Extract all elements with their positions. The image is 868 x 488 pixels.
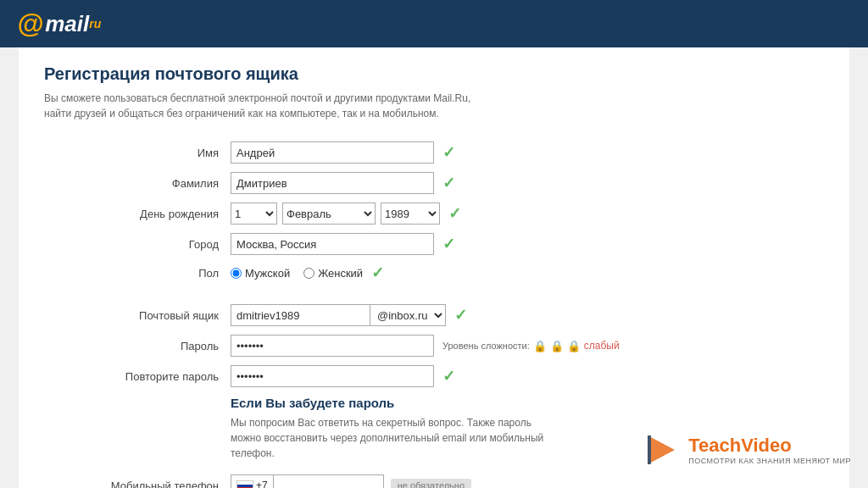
complexity-label: Уровень сложности: xyxy=(442,341,530,351)
gender-label: Пол xyxy=(95,267,231,280)
name-label: Имя xyxy=(95,147,231,159)
teach-part: Teach xyxy=(688,435,741,456)
gender-male-label[interactable]: Мужской xyxy=(231,267,290,280)
phone-flag[interactable]: +7 xyxy=(231,474,274,488)
email-container: @inbox.ru @mail.ru @bk.ru @list.ru xyxy=(231,304,446,326)
svg-marker-0 xyxy=(648,435,675,464)
main-content: Регистрация почтового ящика Вы сможете п… xyxy=(19,47,849,488)
surname-checkmark: ✓ xyxy=(442,174,455,192)
complexity-container: Уровень сложности: 🔒 🔒 🔒 слабый xyxy=(442,340,620,352)
gender-container: Мужской Женский xyxy=(231,267,363,280)
confirm-password-row: Повторите пароль ✓ xyxy=(95,365,671,387)
year-select[interactable]: 1989 xyxy=(381,202,440,225)
gender-female-label[interactable]: Женский xyxy=(303,267,363,280)
email-input[interactable] xyxy=(231,304,370,326)
surname-input[interactable] xyxy=(231,172,434,194)
complexity-icon-3: 🔒 xyxy=(567,340,581,352)
gender-female-text: Женский xyxy=(318,267,363,280)
teachvideo-logo-icon xyxy=(639,429,682,471)
complexity-icon-1: 🔒 xyxy=(533,340,547,352)
city-label: Город xyxy=(95,238,231,251)
birthday-row: День рождения 1 Февраль 1989 ✓ xyxy=(95,202,671,225)
confirm-password-label: Повторите пароль xyxy=(95,370,231,383)
mobile-row: Мобильный телефон +7 не обязательно xyxy=(95,474,671,488)
name-input[interactable] xyxy=(231,141,434,164)
city-checkmark: ✓ xyxy=(442,235,455,253)
logo-mail: mail xyxy=(45,11,89,37)
city-control xyxy=(231,233,434,255)
password-control xyxy=(231,335,434,357)
teachvideo-slogan: ПОСМОТРИ КАК ЗНАНИЯ МЕНЯЮТ МИР xyxy=(688,457,851,465)
surname-control xyxy=(231,172,434,194)
email-domain-select[interactable]: @inbox.ru @mail.ru @bk.ru @list.ru xyxy=(370,304,446,326)
page-description: Вы сможете пользоваться бесплатной элект… xyxy=(44,91,485,121)
day-select[interactable]: 1 xyxy=(231,202,277,225)
password-label: Пароль xyxy=(95,340,231,352)
page-title: Регистрация почтового ящика xyxy=(44,64,824,84)
city-row: Город ✓ xyxy=(95,233,671,255)
forgot-title: Если Вы забудете пароль xyxy=(231,396,824,410)
city-input[interactable] xyxy=(231,233,434,255)
complexity-value: слабый xyxy=(584,340,620,352)
svg-rect-1 xyxy=(648,435,651,464)
surname-row: Фамилия ✓ xyxy=(95,172,671,194)
gender-male-text: Мужской xyxy=(245,267,290,280)
russian-flag-icon xyxy=(236,480,253,489)
phone-input[interactable] xyxy=(274,474,384,488)
registration-form: Имя ✓ Фамилия ✓ День рождения 1 Февраль xyxy=(95,141,671,387)
mobile-label: Мобильный телефон xyxy=(95,480,231,489)
logo-ru: ru xyxy=(89,17,101,30)
teachvideo-brand: TeachVideo xyxy=(688,435,851,457)
email-label: Почтовый ящик xyxy=(95,309,231,322)
email-checkmark: ✓ xyxy=(454,306,467,324)
email-row: Почтовый ящик @inbox.ru @mail.ru @bk.ru … xyxy=(95,304,671,326)
teachvideo-text: TeachVideo ПОСМОТРИ КАК ЗНАНИЯ МЕНЯЮТ МИ… xyxy=(688,435,851,465)
video-part: Video xyxy=(741,435,792,456)
gender-male-radio[interactable] xyxy=(231,268,242,279)
gender-female-radio[interactable] xyxy=(303,268,314,279)
gender-row: Пол Мужской Женский ✓ xyxy=(95,263,671,282)
complexity-icon-2: 🔒 xyxy=(550,340,564,352)
birthday-selects: 1 Февраль 1989 xyxy=(231,202,440,225)
month-select[interactable]: Февраль xyxy=(282,202,376,225)
header: @ mail ru xyxy=(0,0,868,47)
birthday-checkmark: ✓ xyxy=(448,204,461,223)
confirm-password-input[interactable] xyxy=(231,365,434,387)
name-row: Имя ✓ xyxy=(95,141,671,164)
phone-container: +7 xyxy=(231,474,384,488)
password-input[interactable] xyxy=(231,335,434,357)
confirm-password-control xyxy=(231,365,434,387)
logo: @ mail ru xyxy=(17,8,101,40)
surname-label: Фамилия xyxy=(95,177,231,190)
name-checkmark: ✓ xyxy=(442,143,455,162)
name-control xyxy=(231,141,434,164)
forgot-description: Мы попросим Вас ответить на секретный во… xyxy=(231,415,553,461)
mobile-section: Мобильный телефон +7 не обязательно xyxy=(95,474,671,488)
confirm-password-checkmark: ✓ xyxy=(442,367,455,385)
phone-prefix: +7 xyxy=(256,480,268,488)
birthday-label: День рождения xyxy=(95,208,231,220)
gender-checkmark: ✓ xyxy=(371,263,384,282)
password-row: Пароль Уровень сложности: 🔒 🔒 🔒 слабый xyxy=(95,335,671,357)
teachvideo-watermark: TeachVideo ПОСМОТРИ КАК ЗНАНИЯ МЕНЯЮТ МИ… xyxy=(639,429,851,471)
logo-at: @ xyxy=(17,8,43,40)
optional-badge: не обязательно xyxy=(391,479,471,488)
